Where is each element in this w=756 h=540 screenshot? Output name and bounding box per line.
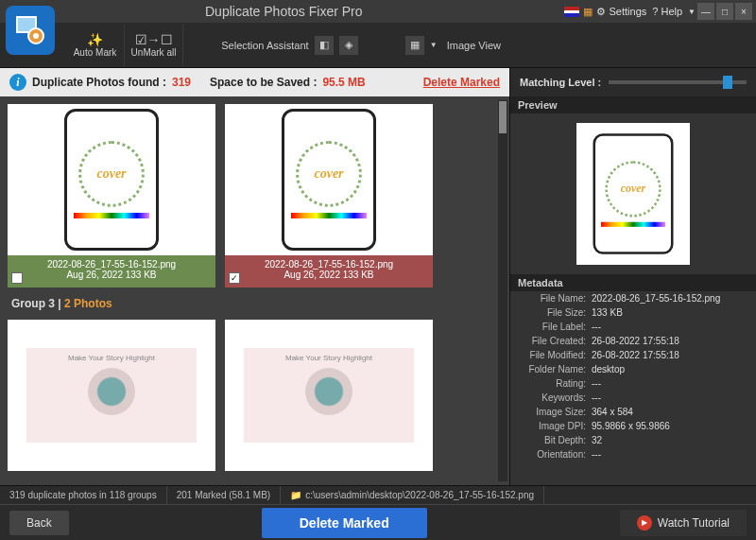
- right-pane: Matching Level : Preview cover Metadata …: [510, 68, 756, 485]
- metadata-key: File Label:: [516, 322, 592, 332]
- card-meta: Aug 26, 2022 133 KB: [13, 270, 210, 280]
- app-logo: [6, 6, 55, 55]
- selection-assistant-section: Selection Assistant ◧ ◈: [212, 36, 367, 55]
- gallery: cover 2022-08-26_17-55-16-152.png Aug 26…: [0, 96, 509, 485]
- metadata-value: ---: [592, 449, 601, 460]
- info-bar: i Duplicate Photos found : 319 Space to …: [0, 68, 509, 96]
- info-icon: i: [9, 74, 26, 91]
- metadata-key: File Created:: [516, 336, 592, 346]
- status-duplicates: 319 duplicate photos in 118 groups: [0, 486, 167, 504]
- status-marked: 201 Marked (58.1 MB): [167, 486, 282, 504]
- metadata-row: Folder Name:desktop: [510, 362, 756, 376]
- metadata-row: File Modified:26-08-2022 17:55:18: [510, 348, 756, 362]
- assist-mode-2-button[interactable]: ◈: [339, 36, 358, 55]
- selection-assistant-label: Selection Assistant: [221, 40, 308, 51]
- status-bar: 319 duplicate photos in 118 groups 201 M…: [0, 485, 756, 504]
- metadata-row: Bit Depth:32: [510, 433, 756, 447]
- unmark-all-button[interactable]: ☑→☐ UnMark all: [125, 25, 183, 66]
- metadata-key: Rating:: [516, 378, 592, 389]
- delete-marked-button[interactable]: Delete Marked: [262, 508, 427, 538]
- metadata-value: 2022-08-26_17-55-16-152.png: [592, 293, 720, 304]
- status-path: 📁 c:\users\admin\desktop\2022-08-26_17-5…: [281, 486, 544, 504]
- help-dropdown-icon[interactable]: ▼: [688, 8, 696, 16]
- metadata-row: File Size:133 KB: [510, 305, 756, 320]
- group-prefix: Group 3 |: [11, 297, 64, 310]
- delete-marked-link[interactable]: Delete Marked: [423, 76, 500, 89]
- metadata-value: ---: [592, 322, 601, 332]
- view-dropdown-icon[interactable]: ▼: [430, 41, 438, 49]
- thumbnail: Make Your Story Highlight: [8, 320, 215, 471]
- metadata-value: ---: [592, 378, 601, 389]
- metadata-key: Orientation:: [516, 449, 592, 460]
- scrollbar[interactable]: [498, 100, 507, 481]
- unmark-all-label: UnMark all: [131, 47, 177, 58]
- settings-gear-icon[interactable]: ⚙: [596, 6, 606, 18]
- metadata-row: Image Size:364 x 584: [510, 405, 756, 419]
- space-label: Space to be Saved :: [210, 76, 317, 89]
- metadata-value: ---: [592, 392, 601, 403]
- folder-icon: 📁: [290, 490, 301, 500]
- thumbnail: cover: [225, 104, 433, 255]
- help-link[interactable]: ? Help: [652, 6, 682, 17]
- scroll-handle[interactable]: [499, 101, 507, 133]
- card-row: cover 2022-08-26_17-55-16-152.png Aug 26…: [4, 100, 506, 291]
- card-filename: 2022-08-26_17-55-16-152.png: [13, 259, 210, 270]
- metadata-key: File Size:: [516, 307, 592, 318]
- image-view-section: ▦ ▼ Image View: [396, 36, 510, 55]
- metadata-value: 26-08-2022 17:55:18: [592, 336, 679, 346]
- back-button[interactable]: Back: [9, 511, 69, 535]
- metadata-key: File Name:: [516, 293, 592, 304]
- wand-icon: ✨: [87, 32, 103, 47]
- metadata-row: Image DPI:95.9866 x 95.9866: [510, 419, 756, 433]
- left-pane: i Duplicate Photos found : 319 Space to …: [0, 68, 510, 485]
- metadata-value: 364 x 584: [592, 407, 633, 417]
- photo-card[interactable]: Make Your Story Highlight: [225, 320, 433, 471]
- metadata-value: 26-08-2022 17:55:18: [592, 350, 679, 360]
- bottom-bar: Back Delete Marked ▶ Watch Tutorial: [0, 504, 756, 540]
- status-path-text: c:\users\admin\desktop\2022-08-26_17-55-…: [305, 490, 534, 500]
- flag-icon[interactable]: [564, 7, 579, 17]
- image-view-label: Image View: [447, 40, 501, 51]
- grid-view-button[interactable]: ▦: [405, 36, 424, 55]
- metadata-key: File Modified:: [516, 350, 592, 360]
- toolbar: ✨ Auto Mark ☑→☐ UnMark all Selection Ass…: [0, 23, 756, 68]
- metadata-pane: File Name:2022-08-26_17-55-16-152.pngFil…: [510, 291, 756, 485]
- card-caption: 2022-08-26_17-55-16-152.png Aug 26, 2022…: [225, 255, 433, 287]
- card-meta: Aug 26, 2022 133 KB: [231, 270, 427, 280]
- card-checkbox[interactable]: ✓: [229, 272, 240, 284]
- metadata-key: Folder Name:: [516, 364, 592, 375]
- preview-pane: cover: [510, 113, 756, 274]
- group-header: Group 3 | 2 Photos: [4, 291, 506, 316]
- card-filename: 2022-08-26_17-55-16-152.png: [231, 259, 427, 270]
- watch-tutorial-button[interactable]: ▶ Watch Tutorial: [620, 510, 747, 536]
- photo-card[interactable]: cover 2022-08-26_17-55-16-152.png Aug 26…: [8, 104, 215, 287]
- metadata-value: 133 KB: [592, 307, 623, 318]
- watch-tutorial-label: Watch Tutorial: [658, 516, 730, 530]
- metadata-key: Image DPI:: [516, 421, 592, 431]
- metadata-row: Keywords:---: [510, 391, 756, 405]
- settings-link[interactable]: Settings: [610, 6, 647, 17]
- metadata-row: File Created:26-08-2022 17:55:18: [510, 334, 756, 348]
- unmark-icon: ☑→☐: [135, 32, 173, 47]
- assist-mode-1-button[interactable]: ◧: [315, 36, 334, 55]
- slider-knob[interactable]: [723, 76, 732, 89]
- metadata-value: 32: [592, 435, 602, 445]
- metadata-row: Orientation:---: [510, 447, 756, 462]
- slider-track[interactable]: [609, 80, 747, 84]
- auto-mark-button[interactable]: ✨ Auto Mark: [66, 25, 125, 66]
- card-caption: 2022-08-26_17-55-16-152.png Aug 26, 2022…: [8, 255, 215, 287]
- titlebar: Duplicate Photos Fixer Pro ▦ ⚙ Settings …: [0, 0, 756, 23]
- maximize-button[interactable]: □: [716, 3, 733, 20]
- photo-card[interactable]: cover 2022-08-26_17-55-16-152.png Aug 26…: [225, 104, 433, 287]
- card-checkbox[interactable]: [11, 272, 23, 284]
- matching-level-slider: Matching Level :: [510, 68, 756, 96]
- group-count: 2 Photos: [64, 297, 112, 310]
- photo-card[interactable]: Make Your Story Highlight: [8, 320, 215, 471]
- metadata-row: File Name:2022-08-26_17-55-16-152.png: [510, 291, 756, 305]
- svg-point-2: [33, 33, 39, 39]
- app-title: Duplicate Photos Fixer Pro: [4, 4, 564, 19]
- close-button[interactable]: ×: [735, 3, 752, 20]
- metadata-row: Rating:---: [510, 376, 756, 391]
- minimize-button[interactable]: —: [697, 3, 714, 20]
- metadata-row: File Label:---: [510, 320, 756, 334]
